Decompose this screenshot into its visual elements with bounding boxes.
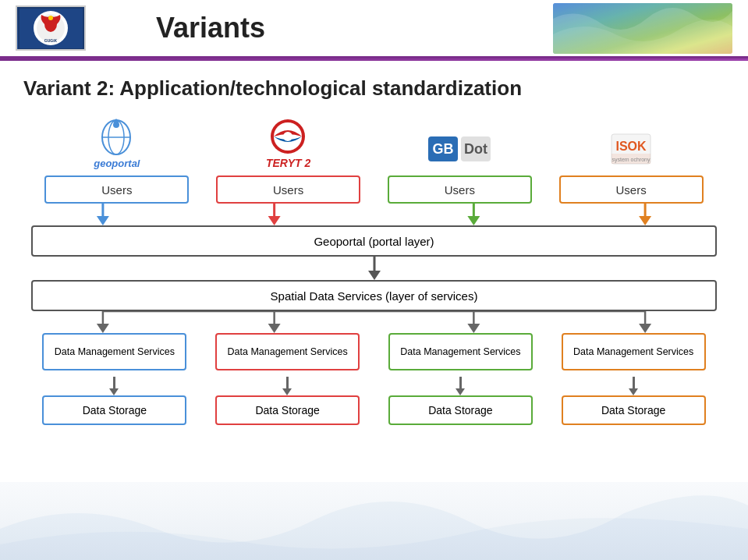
geoportal-logo: geoportal <box>39 117 195 169</box>
svg-point-11 <box>113 122 119 128</box>
logo-row: geoportal TERYT 2 <box>23 116 725 169</box>
user-box-4: Users <box>559 175 704 204</box>
data-management-box-4: Data Management Services <box>562 333 706 370</box>
svg-text:GUGiK: GUGiK <box>44 38 57 43</box>
spatial-box-wrapper: Spatial Data Services (layer of services… <box>23 280 725 311</box>
user-box-1: Users <box>44 175 189 204</box>
header: GUGiK Variants <box>0 0 748 58</box>
svg-marker-24 <box>97 216 109 225</box>
svg-text:system ochrony: system ochrony <box>612 157 651 163</box>
col-4: Data Management Services Data Storage <box>562 333 706 425</box>
svg-text:Dot: Dot <box>464 141 487 157</box>
main-content: Variant 2: Application/technological sta… <box>0 61 748 441</box>
geoportal-icon <box>99 117 134 156</box>
organization-logo: GUGiK <box>16 5 86 51</box>
teryt2-label: TERYT 2 <box>266 157 310 169</box>
svg-marker-28 <box>467 216 480 225</box>
col-2: Data Management Services Data Storage <box>215 333 360 425</box>
geoportal-box-wrapper: Geoportal (portal layer) <box>23 225 725 257</box>
svg-rect-40 <box>0 482 748 560</box>
users-row: Users Users Users Users <box>23 175 725 204</box>
svg-point-5 <box>48 16 53 20</box>
svg-point-14 <box>283 132 292 141</box>
data-storage-box-3: Data Storage <box>388 395 533 425</box>
svg-marker-33 <box>97 324 109 333</box>
svg-text:GB: GB <box>432 141 453 157</box>
teryt2-icon <box>263 116 314 155</box>
gbdot-logo: GB Dot <box>381 129 537 169</box>
diagram: geoportal TERYT 2 <box>23 116 725 425</box>
svg-marker-39 <box>639 324 651 333</box>
arrows-to-bottom <box>31 311 717 333</box>
teryt2-logo: TERYT 2 <box>211 116 367 169</box>
geoportal-label: geoportal <box>94 158 140 169</box>
bottom-four-cols: Data Management Services Data Storage Da… <box>23 333 725 425</box>
svg-marker-35 <box>268 324 281 333</box>
svg-marker-26 <box>268 216 281 225</box>
svg-text:ISOK: ISOK <box>616 140 647 153</box>
logo-area: GUGiK <box>16 5 140 51</box>
arrows-to-geoportal <box>31 204 717 225</box>
data-management-box-3: Data Management Services <box>388 333 533 370</box>
col-1: Data Management Services Data Storage <box>42 333 186 425</box>
user-box-2: Users <box>216 175 360 204</box>
isok-icon: ISOK system ochrony <box>608 129 654 168</box>
arrow-geoportal-to-spatial <box>23 257 725 280</box>
data-storage-box-4: Data Storage <box>562 395 706 425</box>
svg-marker-37 <box>467 324 480 333</box>
header-decorative-image <box>553 3 732 54</box>
user-box-3: Users <box>388 175 532 204</box>
page-heading: Variants <box>140 12 553 44</box>
geoportal-layer-box: Geoportal (portal layer) <box>31 225 717 257</box>
svg-marker-30 <box>639 216 651 225</box>
data-management-box-2: Data Management Services <box>215 333 360 370</box>
data-storage-box-2: Data Storage <box>215 395 360 425</box>
data-storage-box-1: Data Storage <box>42 395 186 425</box>
isok-logo: ISOK system ochrony <box>553 129 709 169</box>
spatial-services-box: Spatial Data Services (layer of services… <box>31 280 717 311</box>
gbdot-icon: GB Dot <box>427 129 493 168</box>
data-management-box-1: Data Management Services <box>42 333 186 370</box>
page-title: Variant 2: Application/technological sta… <box>23 76 725 101</box>
col-3: Data Management Services Data Storage <box>388 333 533 425</box>
